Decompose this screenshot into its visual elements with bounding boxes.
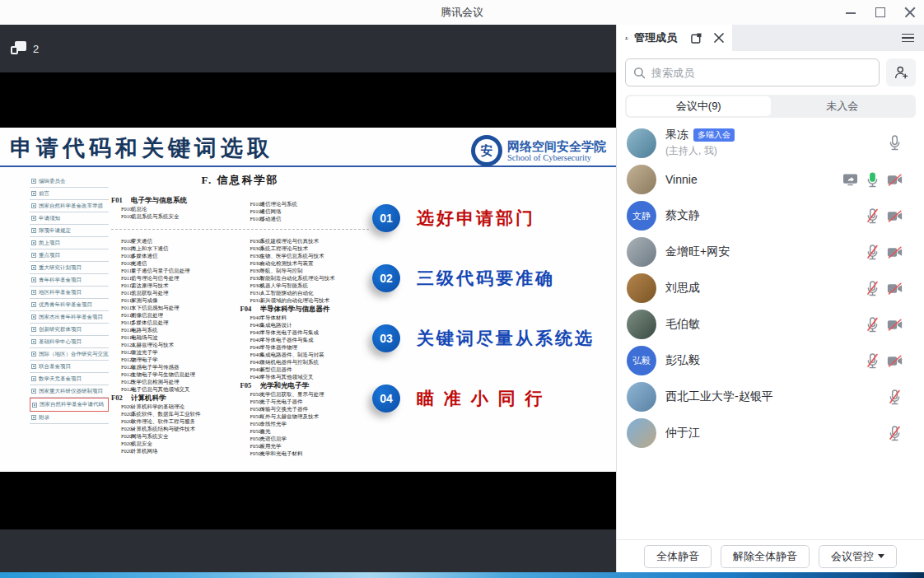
toc-item: 联合基金项目 bbox=[30, 361, 109, 373]
avatar bbox=[627, 128, 656, 158]
add-member-button[interactable] bbox=[886, 58, 916, 86]
members-icon bbox=[625, 33, 628, 44]
code-row: F0205网络与系统安全 bbox=[111, 432, 240, 440]
shared-screens-icon[interactable] bbox=[11, 41, 27, 56]
panel-footer: 全体静音 解除全体静音 会议管控 bbox=[617, 539, 924, 572]
mic-on-icon[interactable] bbox=[887, 135, 903, 151]
code-row: F0203软件理论、软件工程与服务 bbox=[111, 417, 240, 425]
search-input[interactable] bbox=[625, 58, 880, 86]
camera-off-icon[interactable] bbox=[887, 317, 903, 333]
mic-muted-icon[interactable] bbox=[865, 208, 880, 224]
code-column-right-top: F0103通信理论与系统 F0104通信网络 F0105移动通信 bbox=[240, 195, 370, 222]
camera-off-icon[interactable] bbox=[887, 281, 903, 296]
camera-off-icon[interactable] bbox=[887, 172, 903, 188]
code-row: F0123敏感电子学与传感器 bbox=[111, 363, 240, 371]
school-emblem-icon bbox=[471, 135, 502, 166]
mic-muted-icon[interactable] bbox=[865, 281, 880, 296]
avatar bbox=[627, 310, 656, 339]
presentation-slide: 申请代码和关键词选取 网络空间安全学院 School of Cybersecur… bbox=[0, 128, 616, 472]
toc-item: 编辑委员会 bbox=[30, 175, 109, 188]
toc-bullet-icon bbox=[31, 339, 36, 344]
member-row[interactable]: 西北工业大学-赵银平 bbox=[617, 379, 924, 415]
toc-bullet-icon bbox=[31, 179, 36, 184]
popout-panel-icon[interactable] bbox=[691, 33, 702, 44]
code-row: F0408新型信息器件 bbox=[240, 366, 370, 373]
close-window-icon[interactable] bbox=[904, 7, 916, 18]
app-window: 腾讯会议 2 申请代码和关键词选取 网络空间安全学院 School of Cyb… bbox=[0, 0, 924, 578]
member-name: 刘思成 bbox=[665, 281, 700, 296]
code-row: F0207计算机网络 bbox=[111, 447, 240, 454]
tab-in-meeting[interactable]: 会议中(9) bbox=[627, 96, 771, 116]
member-row[interactable]: 文静 蔡文静 bbox=[617, 198, 924, 234]
avatar: 弘毅 bbox=[627, 346, 656, 375]
member-row[interactable]: 果冻 多端入会 (主持人, 我) bbox=[617, 124, 924, 161]
code-row: F0109光通信 bbox=[111, 259, 240, 267]
member-name: 蔡文静 bbox=[665, 208, 700, 223]
toc-bullet-icon bbox=[32, 403, 37, 408]
key-point: 03 关键词尽量从系统选 bbox=[372, 324, 609, 353]
search-icon bbox=[633, 67, 646, 79]
code-row: F0120太赫兹理论与技术 bbox=[111, 341, 240, 348]
camera-off-icon[interactable] bbox=[887, 208, 903, 224]
code-row: F0307导航、制导与控制 bbox=[240, 267, 370, 274]
maximize-icon[interactable] bbox=[875, 7, 886, 18]
code-table: F. 信息科学部 F01电子学与信息系统 F0101信息论 bbox=[111, 169, 369, 457]
code-row: F0119电磁场与波 bbox=[111, 333, 240, 341]
member-row[interactable]: 金增旺+网安 bbox=[617, 234, 924, 270]
member-row[interactable]: 仲于江 bbox=[617, 415, 924, 451]
code-row: F0201计算机科学的基础理论 bbox=[111, 403, 240, 410]
mute-all-button[interactable]: 全体静音 bbox=[644, 545, 712, 568]
key-point: 01 选好申请部门 bbox=[372, 203, 609, 233]
mic-active-icon[interactable] bbox=[865, 172, 880, 188]
tab-manage-members[interactable]: 管理成员 bbox=[617, 25, 732, 51]
member-row[interactable]: Vinnie bbox=[617, 161, 924, 198]
code-row: F0304系统工程理论与技术 bbox=[240, 245, 370, 252]
code-row: F0206信息安全 bbox=[111, 440, 240, 447]
point-number-badge: 04 bbox=[372, 385, 400, 413]
code-row: F0125医学信息检测与处理 bbox=[111, 378, 240, 385]
dashed-divider bbox=[111, 229, 369, 230]
member-row[interactable]: 弘毅 彭弘毅 bbox=[617, 343, 924, 379]
member-row[interactable]: 毛伯敏 bbox=[617, 306, 924, 343]
department-title: F. 信息科学部 bbox=[111, 173, 369, 188]
toc-bullet-icon bbox=[31, 203, 36, 208]
toc-item: 附录 bbox=[30, 412, 109, 424]
code-row: F0401半导体材料 bbox=[240, 314, 370, 321]
code-row: F0202系统软件、数据库与工业软件 bbox=[111, 410, 240, 417]
member-name: 仲于江 bbox=[665, 426, 700, 440]
mic-muted-icon[interactable] bbox=[865, 353, 880, 369]
minimize-icon[interactable] bbox=[845, 7, 856, 18]
close-panel-icon[interactable] bbox=[714, 33, 724, 43]
code-row: F0112雷达原理与技术 bbox=[111, 282, 240, 289]
mic-muted-icon[interactable] bbox=[865, 317, 880, 333]
camera-off-icon[interactable] bbox=[887, 353, 903, 369]
mic-muted-icon[interactable] bbox=[887, 426, 903, 441]
toc-item: 国家自然科学基金改革举措 bbox=[30, 200, 109, 212]
code-row: F0409半导体与其他领域交叉 bbox=[240, 373, 370, 380]
camera-off-icon[interactable] bbox=[887, 245, 903, 260]
toc-item: 重点项目 bbox=[30, 249, 109, 262]
code-row: F0105移动通信 bbox=[240, 215, 370, 222]
toc-item: 限项申请规定 bbox=[30, 225, 109, 237]
tab-not-joined[interactable]: 未入会 bbox=[771, 96, 915, 116]
toc-item: 前言 bbox=[30, 188, 109, 200]
unmute-all-button[interactable]: 解除全体静音 bbox=[721, 545, 810, 568]
screen-sharing-icon bbox=[842, 172, 858, 188]
code-row: F0113信息获取与处理 bbox=[111, 289, 240, 296]
mic-muted-icon[interactable] bbox=[865, 245, 880, 260]
member-filter-tabs: 会议中(9) 未入会 bbox=[625, 95, 916, 118]
code-row: F0305生物、医学信息系统与技术 bbox=[240, 252, 370, 259]
search-members-field[interactable] bbox=[651, 67, 871, 79]
code-row: F01电子学与信息系统 bbox=[111, 195, 240, 205]
meeting-control-button[interactable]: 会议管控 bbox=[819, 545, 897, 568]
member-row[interactable]: 刘思成 bbox=[617, 270, 924, 306]
code-row: F0110量子通信与量子信息处理 bbox=[111, 267, 240, 274]
avatar: 文静 bbox=[627, 201, 656, 231]
mic-muted-icon[interactable] bbox=[887, 389, 903, 405]
toc-bullet-icon bbox=[31, 240, 36, 245]
toc-bullet-icon bbox=[31, 315, 36, 319]
panel-menu-icon[interactable] bbox=[891, 25, 924, 51]
member-list: 果冻 多端入会 (主持人, 我) bbox=[617, 123, 924, 539]
point-number-badge: 03 bbox=[372, 324, 400, 352]
code-row: F0117多媒体信息处理 bbox=[111, 319, 240, 326]
